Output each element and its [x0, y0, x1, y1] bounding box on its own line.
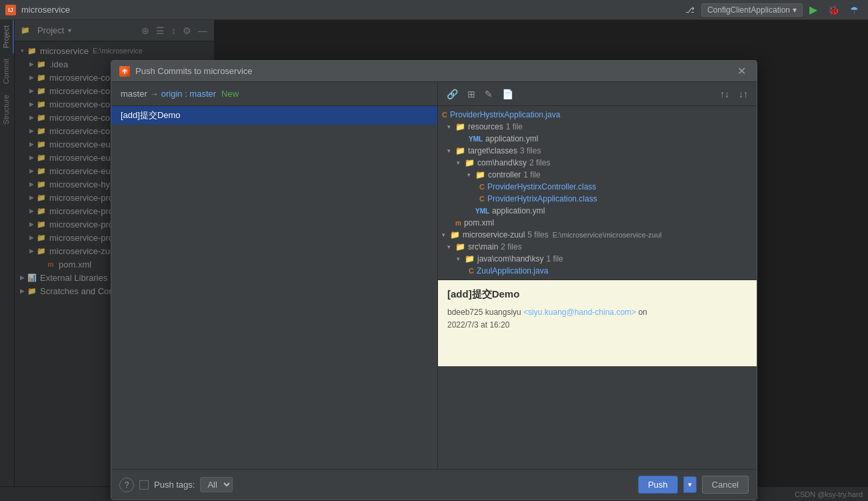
push-tags-select[interactable]: All [200, 477, 233, 492]
folder-arrow-icon: ▾ [442, 231, 450, 238]
list-item[interactable]: C ZuulApplication.java [438, 265, 757, 277]
list-item[interactable]: ▾ 📁 resources 1 file [438, 121, 757, 133]
dialog-footer: ? Push tags: All Push ▾ Cancel [111, 469, 757, 500]
list-item[interactable]: ▾ 📁 target\classes 3 files [438, 145, 757, 157]
app-logo: IJ [5, 5, 16, 15]
folder-arrow-icon: ▾ [447, 243, 455, 250]
push-button[interactable]: Push [638, 476, 678, 494]
title-bar: IJ microservice ⎇ ConfigClientApplicatio… [0, 0, 868, 20]
branch-arrow-icon: → [150, 89, 159, 99]
folder-arrow-icon: ▾ [447, 147, 455, 154]
folder-icon: 📁 [465, 158, 475, 167]
vcs-button[interactable]: ⎇ [681, 4, 699, 16]
commit-message: [add]提交Demo [121, 109, 181, 121]
run-config-name: ConfigClientApplication [707, 5, 790, 15]
cancel-button[interactable]: Cancel [702, 476, 749, 494]
commit-msg-meta: bdeeb725 kuangsiyu <siyu.kuang@hand-chin… [447, 306, 747, 332]
commit-author-email: <siyu.kuang@hand-china.com> [523, 308, 636, 317]
dialog-overlay: Push Commits to microservice ✕ master → … [0, 20, 868, 501]
push-tags-label: Push tags: [154, 480, 195, 490]
java-icon: C [469, 267, 474, 275]
yml-icon: YML [469, 135, 483, 143]
branch-from: master [121, 89, 147, 99]
commit-item[interactable]: [add]提交Demo [111, 106, 437, 125]
list-item[interactable]: C ProviderHystrixApplication.java [438, 109, 757, 121]
list-item[interactable]: ▾ 📁 src\main 2 files [438, 241, 757, 253]
files-edit-btn[interactable]: ✎ [481, 87, 496, 101]
class-icon: C [479, 183, 485, 191]
folder-icon: 📁 [455, 122, 465, 131]
list-item[interactable]: ▾ 📁 com\hand\ksy 2 files [438, 157, 757, 169]
files-grid-btn[interactable]: ⊞ [464, 87, 479, 101]
folder-icon: 📁 [455, 146, 465, 155]
commit-hash-author: bdeeb725 kuangsiyu [447, 308, 521, 317]
run-button[interactable]: ▶ [805, 2, 821, 17]
commit-msg-title: [add]提交Demo [447, 288, 747, 301]
title-bar-actions: ⎇ ConfigClientApplication ▾ ▶ 🐞 ☂ [681, 2, 863, 17]
commit-suffix: on [638, 308, 647, 317]
files-panel: 🔗 ⊞ ✎ 📄 ↑↓ ↓↑ C ProviderHystrixApplicati… [438, 82, 757, 469]
dialog-title-bar: Push Commits to microservice ✕ [111, 61, 757, 82]
app-title: microservice [21, 5, 70, 15]
run-config-dropdown-icon[interactable]: ▾ [793, 5, 797, 15]
list-item[interactable]: ▾ 📁 microservice-zuul 5 files E:\microse… [438, 229, 757, 241]
help-button[interactable]: ? [119, 478, 134, 492]
commit-date: 2022/7/3 at 16:20 [447, 320, 509, 330]
dialog-close-button[interactable]: ✕ [735, 65, 749, 77]
dialog-title-text: Push Commits to microservice [135, 66, 253, 76]
files-sort-asc-btn[interactable]: ↑↓ [717, 87, 733, 101]
branch-bar: master → origin : master New [111, 82, 437, 106]
list-item[interactable]: ▾ 📁 controller 1 file [438, 169, 757, 181]
xml-icon: m [455, 219, 461, 227]
coverage-button[interactable]: ☂ [846, 3, 863, 17]
push-dialog: Push Commits to microservice ✕ master → … [111, 60, 757, 500]
list-item[interactable]: YML application.yml [438, 205, 757, 217]
branch-to: origin : master [161, 89, 216, 99]
files-toolbar: 🔗 ⊞ ✎ 📄 ↑↓ ↓↑ [438, 82, 757, 106]
java-icon: C [442, 111, 447, 119]
files-sort-desc-btn[interactable]: ↓↑ [735, 87, 751, 101]
commit-message-area: [add]提交Demo bdeeb725 kuangsiyu <siyu.kua… [438, 280, 757, 366]
dialog-title-icon [119, 66, 130, 77]
push-button-label: Push [648, 480, 668, 490]
class-icon: C [479, 195, 485, 203]
folder-icon: 📁 [455, 242, 465, 252]
push-dropdown-button[interactable]: ▾ [683, 476, 697, 493]
push-tags-checkbox[interactable] [139, 480, 149, 490]
folder-arrow-icon: ▾ [457, 159, 465, 166]
list-item[interactable]: YML application.yml [438, 133, 757, 145]
commits-panel: master → origin : master New [add]提交Demo [111, 82, 438, 469]
list-item[interactable]: C ProviderHystirxController.class [438, 181, 757, 193]
list-item[interactable]: ▾ 📁 java\com\hand\ksy 1 file [438, 253, 757, 265]
dialog-body: master → origin : master New [add]提交Demo… [111, 82, 757, 469]
files-link-btn[interactable]: 🔗 [443, 87, 461, 101]
list-item[interactable]: m pom.xml [438, 217, 757, 229]
folder-icon: 📁 [465, 254, 475, 264]
yml-icon: YML [475, 207, 489, 215]
list-item[interactable]: C ProviderHytrixApplication.class [438, 193, 757, 205]
files-tree: C ProviderHystrixApplication.java ▾ 📁 re… [438, 106, 757, 280]
folder-icon: 📁 [450, 230, 460, 239]
files-expand-btn[interactable]: 📄 [499, 87, 517, 101]
folder-icon: 📁 [475, 170, 485, 179]
debug-button[interactable]: 🐞 [824, 3, 843, 17]
folder-arrow-icon: ▾ [467, 171, 475, 178]
folder-arrow-icon: ▾ [457, 256, 465, 262]
run-config-selector[interactable]: ConfigClientApplication ▾ [701, 3, 803, 17]
branch-new-badge: New [221, 89, 239, 99]
commit-list: [add]提交Demo [111, 106, 437, 469]
folder-arrow-icon: ▾ [447, 123, 455, 130]
